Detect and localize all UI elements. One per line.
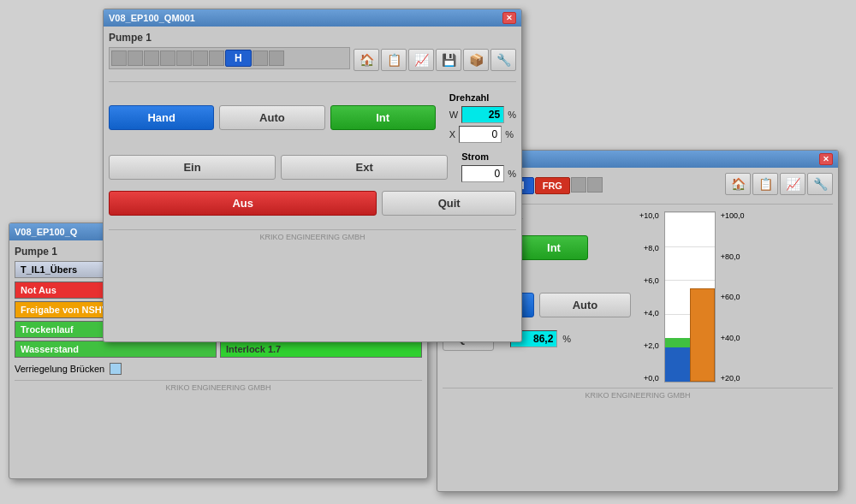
win3-seg6 <box>587 177 603 193</box>
toolbar-list[interactable]: 📋 <box>381 49 407 71</box>
aus-button[interactable]: Aus <box>109 191 377 216</box>
toolbar-settings[interactable]: 🔧 <box>490 49 516 71</box>
yb-100: +100,0 <box>721 211 745 220</box>
strom-label: Strom <box>461 151 516 162</box>
yb-40: +40,0 <box>721 334 740 342</box>
auto-button[interactable]: Auto <box>219 105 324 130</box>
ya-4: +4,0 <box>644 309 659 317</box>
ext-button[interactable]: Ext <box>281 155 448 180</box>
win1-footer: KRIKO ENGINEERING GMBH <box>109 229 516 241</box>
win3-seg5 <box>571 177 586 193</box>
seg9 <box>269 50 284 66</box>
ya-8: +8,0 <box>644 244 659 252</box>
win1-close[interactable]: ✕ <box>502 12 516 24</box>
seg5 <box>176 50 192 66</box>
yb-20: +20,0 <box>721 374 740 382</box>
win3-int-button[interactable]: Int <box>520 235 588 260</box>
verriegelung-checkbox[interactable] <box>110 363 122 375</box>
il-row-4: Wasserstand Interlock 1.7 <box>15 341 422 358</box>
strom-value: 0 <box>461 165 504 182</box>
win3-toolbar-home[interactable]: 🏠 <box>725 173 751 195</box>
win3-toolbar-settings[interactable]: 🔧 <box>807 173 833 195</box>
win1-titlebar: V08_EP100_QM001 ✕ <box>104 9 521 27</box>
toolbar-chart[interactable]: 📈 <box>408 49 434 71</box>
bar-green <box>665 338 690 348</box>
win1-h-button[interactable]: H <box>225 50 252 67</box>
ya-0: +0,0 <box>644 374 659 382</box>
win1-pump-label: Pumpe 1 <box>109 32 516 44</box>
win1-toolbar: 🏠 📋 📈 💾 📦 🔧 <box>354 49 516 71</box>
x-label: X <box>449 129 455 139</box>
seg8 <box>253 50 268 66</box>
win2-title: V08_EP100_Q <box>15 227 77 237</box>
x-value: 0 <box>459 126 502 143</box>
il-value-4: Interlock 1.7 <box>220 341 422 358</box>
x-unit: % <box>505 129 514 139</box>
w-label: W <box>449 110 458 120</box>
toolbar-home[interactable]: 🏠 <box>354 49 379 71</box>
ya-2: +2,0 <box>644 341 659 350</box>
win2-footer: KRIKO ENGINEERING GMBH <box>15 380 422 392</box>
verriegelung-label: Verriegelung Brücken <box>15 364 104 374</box>
w-unit: % <box>508 110 516 120</box>
w-value: 25 <box>461 106 504 123</box>
hand-button[interactable]: Hand <box>109 105 214 130</box>
toolbar-save[interactable]: 💾 <box>436 49 461 71</box>
seg3 <box>144 50 159 66</box>
ya-6: +6,0 <box>644 276 659 285</box>
int-button[interactable]: Int <box>330 105 436 130</box>
yb-80: +80,0 <box>721 252 740 261</box>
win3-toolbar-chart[interactable]: 📈 <box>780 173 805 195</box>
win3-toolbar-list[interactable]: 📋 <box>752 173 778 195</box>
seg4 <box>160 50 175 66</box>
yb-60: +60,0 <box>721 293 740 301</box>
seg7 <box>209 50 224 66</box>
bar-orange <box>690 288 715 382</box>
seg2 <box>128 50 143 66</box>
win3-frg-button[interactable]: FRG <box>535 177 570 194</box>
seg1 <box>111 50 127 66</box>
strom-unit: % <box>508 169 516 179</box>
win1-title: V08_EP100_QM001 <box>109 13 195 23</box>
quit-button[interactable]: Quit <box>382 191 516 216</box>
ya-10: +10,0 <box>639 211 659 220</box>
ein-button[interactable]: Ein <box>109 155 276 180</box>
drehzahl-label: Drehzahl <box>449 92 516 103</box>
seg6 <box>193 50 208 66</box>
win3-y-unit: % <box>562 334 571 344</box>
win3-footer: KRIKO ENGINEERING GMBH <box>443 388 833 400</box>
win3-auto-button[interactable]: Auto <box>539 293 631 317</box>
win3-close[interactable]: ✕ <box>819 153 833 165</box>
toolbar-pack[interactable]: 📦 <box>463 49 489 71</box>
bar-chart <box>664 211 716 382</box>
bar-blue <box>665 347 690 382</box>
il-label-4: Wasserstand <box>15 341 217 358</box>
main-pump-window: V08_EP100_QM001 ✕ Pumpe 1 H 🏠 📋 📈 <box>103 9 522 342</box>
